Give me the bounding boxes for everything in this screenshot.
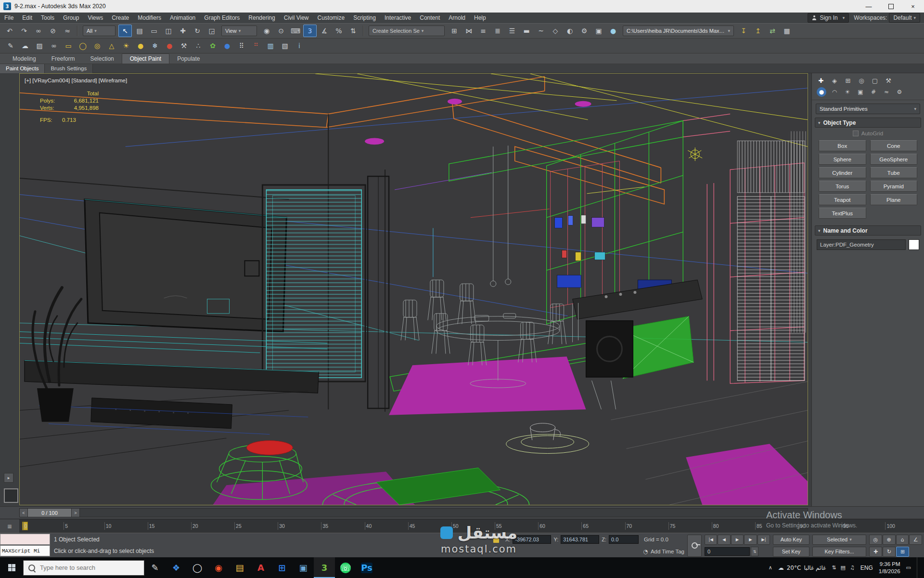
z-coordinate-field[interactable]: 0.0 <box>609 535 639 544</box>
primitive-button[interactable]: Plane <box>870 194 918 205</box>
space-warps-category-icon[interactable]: ≈ <box>882 87 891 97</box>
red-sphere-icon[interactable]: ● <box>163 39 176 52</box>
photos-app-icon[interactable]: ▣ <box>293 557 314 578</box>
cloud-icon[interactable]: ☁ <box>18 39 32 52</box>
time-slider-track[interactable]: < 0 / 100 > <box>19 508 808 517</box>
primitive-button[interactable]: Cone <box>870 140 918 151</box>
primitive-button[interactable]: Teapot <box>819 194 866 205</box>
chart-icon[interactable]: ▥ <box>264 39 277 52</box>
align-icon[interactable]: ≡ <box>476 25 490 37</box>
named-selection-set-dropdown[interactable]: Create Selection Se <box>369 26 445 36</box>
keyboard-override-icon[interactable]: ⌨ <box>289 25 302 37</box>
reference-coordinate-dropdown[interactable]: View <box>221 26 257 36</box>
maxscript-mini-listener-input[interactable] <box>0 534 50 545</box>
close-button[interactable]: × <box>902 0 924 13</box>
rendered-frame-icon[interactable]: ▣ <box>592 25 605 37</box>
utilities-tab-icon[interactable]: ⚒ <box>883 76 894 85</box>
spinner-snap-icon[interactable]: ⇅ <box>346 25 360 37</box>
sphere-shape-icon[interactable]: ● <box>134 39 147 52</box>
photoshop-icon[interactable]: Ps <box>356 557 377 578</box>
play-button[interactable]: ▶ <box>731 535 744 545</box>
file-explorer-icon[interactable]: ▤ <box>229 557 250 578</box>
menu-item[interactable]: Interactive <box>380 13 415 23</box>
info-icon[interactable]: i <box>293 39 306 52</box>
menu-item[interactable]: File <box>0 13 18 23</box>
systems-category-icon[interactable]: ⚙ <box>895 87 904 97</box>
link-file-icon[interactable]: ⇄ <box>766 25 779 37</box>
sign-in-button[interactable]: Sign In <box>808 13 849 23</box>
zoom-icon[interactable]: ◎ <box>869 535 882 545</box>
menu-item[interactable]: Edit <box>18 13 37 23</box>
cone-shape-icon[interactable]: △ <box>105 39 118 52</box>
primitive-button[interactable]: Cylinder <box>819 167 866 178</box>
maxscript-mini-listener-output[interactable]: MAXScript Mi <box>0 545 50 556</box>
slate-icon[interactable]: ▧ <box>278 39 292 52</box>
field-of-view-icon[interactable]: ∠ <box>909 535 922 545</box>
circle-shape-icon[interactable]: ◯ <box>76 39 90 52</box>
menu-item[interactable]: Group <box>59 13 83 23</box>
menu-item[interactable]: Views <box>83 13 107 23</box>
previous-frame-button[interactable]: ◀ <box>718 535 730 545</box>
ribbon-subtab[interactable]: Paint Objects <box>0 64 45 73</box>
render-setup-icon[interactable]: ⚙ <box>578 25 591 37</box>
ribbon-tab[interactable]: Object Paint <box>122 53 169 64</box>
motion-tab-icon[interactable]: ◎ <box>856 76 867 85</box>
search-input[interactable] <box>39 564 128 572</box>
minimize-button[interactable]: — <box>858 0 880 13</box>
lights-category-icon[interactable]: ☀ <box>843 87 852 97</box>
viewport-label[interactable]: [+] [VRayCam004] [Standard] [Wireframe] <box>25 78 127 83</box>
select-object-icon[interactable]: ↖ <box>118 25 132 37</box>
helpers-category-icon[interactable]: # <box>869 87 878 97</box>
select-and-manipulate-icon[interactable]: ⊙ <box>274 25 288 37</box>
onedrive-tray-icon[interactable]: ⇅ <box>832 565 836 571</box>
name-and-color-rollout[interactable]: Name and Color <box>815 225 921 236</box>
layer-explorer-icon[interactable]: ☰ <box>505 25 519 37</box>
import-file-icon[interactable]: ↧ <box>737 25 750 37</box>
snowflake-icon[interactable]: ❄ <box>148 39 162 52</box>
ribbon-subtab[interactable]: Brush Settings <box>45 64 93 73</box>
previous-frame-slider-button[interactable]: < <box>20 509 28 517</box>
menu-item[interactable]: Customize <box>313 13 349 23</box>
select-and-move-icon[interactable]: ✚ <box>176 25 190 37</box>
workspace-dropdown[interactable]: Default <box>889 13 920 23</box>
object-type-rollout[interactable]: Object Type <box>815 118 921 128</box>
angle-snap-icon[interactable]: ∡ <box>318 25 331 37</box>
volume-tray-icon[interactable]: ♫ <box>850 565 855 571</box>
export-file-icon[interactable]: ↥ <box>751 25 765 37</box>
select-and-scale-icon[interactable]: ◲ <box>205 25 218 37</box>
hierarchy-tab-icon[interactable]: ⊞ <box>843 76 853 85</box>
object-name-field[interactable]: Layer:PDF_Geometry <box>817 239 906 250</box>
key-filters-button[interactable]: Key Filters... <box>812 547 866 557</box>
autogrid-checkbox[interactable] <box>853 131 859 136</box>
window-crossing-icon[interactable]: ◫ <box>162 25 175 37</box>
menu-item[interactable]: Tools <box>37 13 59 23</box>
ribbon-tab[interactable]: Modeling <box>5 54 44 64</box>
3dsmax-app-icon[interactable]: 3 <box>314 557 335 578</box>
viewport-wireframe[interactable] <box>20 74 808 505</box>
menu-item[interactable]: Scripting <box>349 13 380 23</box>
acrobat-app-icon[interactable]: A <box>250 557 271 578</box>
menu-item[interactable]: Graph Editors <box>200 13 244 23</box>
primitive-button[interactable]: Sphere <box>819 154 866 165</box>
menu-item[interactable]: Content <box>415 13 444 23</box>
ribbon-toggle-icon[interactable]: ▬ <box>520 25 533 37</box>
selection-filter-dropdown[interactable]: All <box>83 26 116 36</box>
ribbon-tab[interactable]: Freeform <box>44 54 83 64</box>
object-color-swatch[interactable] <box>909 239 919 250</box>
shoe-app-icon[interactable]: ❖ <box>166 557 187 578</box>
ellipse-shape-icon[interactable]: ◎ <box>90 39 104 52</box>
rectangular-selection-region-icon[interactable]: ▭ <box>147 25 161 37</box>
opera-app-icon[interactable]: ◯ <box>187 557 208 578</box>
star-shape-icon[interactable]: ☀ <box>119 39 133 52</box>
material-editor-icon[interactable]: ◐ <box>563 25 577 37</box>
frame-spinner[interactable]: ⇅ <box>751 547 758 556</box>
menu-item[interactable]: Create <box>107 13 133 23</box>
tray-chevron-icon[interactable]: ∧ <box>769 565 772 571</box>
ribbon-tab[interactable]: Populate <box>169 54 207 64</box>
texture-map-icon[interactable]: ▨ <box>33 39 46 52</box>
hammer-tool-icon[interactable]: ⚒ <box>177 39 191 52</box>
chain-link-icon[interactable]: ∞ <box>47 39 61 52</box>
perspective-viewport[interactable]: [+] [VRayCam004] [Standard] [Wireframe] … <box>19 73 808 505</box>
primitive-button[interactable]: Box <box>819 140 866 151</box>
action-center-icon[interactable]: ▭ <box>906 565 911 571</box>
